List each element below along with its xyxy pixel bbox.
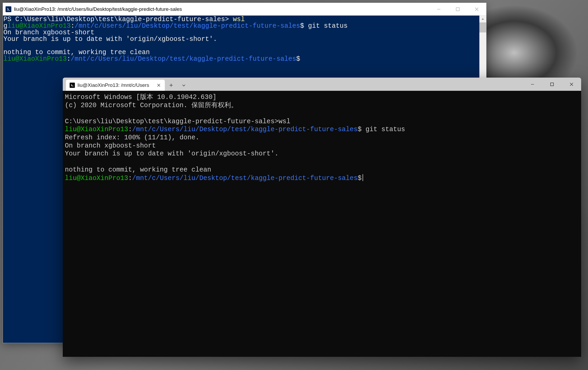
term-dollar-2: $ — [358, 174, 362, 182]
ps-dollar-1: $ — [300, 22, 304, 30]
scroll-up-arrow-icon[interactable] — [479, 16, 486, 22]
terminal-window-controls — [523, 78, 581, 91]
close-button[interactable] — [562, 78, 581, 91]
powershell-titlebar[interactable]: liu@XiaoXinPro13: /mnt/c/Users/liu/Deskt… — [3, 3, 486, 16]
terminal-tab-active[interactable]: liu@XiaoXinPro13: /mnt/c/Users — [66, 80, 165, 91]
ps-path-2: /mnt/c/Users/liu/Desktop/test/kaggle-pre… — [71, 55, 296, 63]
term-git-status-cmd: git status — [362, 126, 405, 133]
tab-dropdown-button[interactable] — [177, 80, 190, 91]
new-tab-button[interactable] — [165, 80, 177, 91]
minimize-button[interactable] — [429, 3, 448, 15]
close-button[interactable] — [467, 3, 486, 15]
scroll-thumb[interactable] — [479, 22, 486, 32]
term-userhost-1: liu@XiaoXinPro13 — [65, 126, 128, 133]
term-wsl-cmd: wsl — [278, 118, 290, 125]
term-path-2: /mnt/c/Users/liu/Desktop/test/kaggle-pre… — [132, 174, 358, 182]
minimize-button[interactable] — [523, 78, 542, 91]
tab-close-button[interactable] — [156, 83, 161, 88]
ps-uptodate-line: Your branch is up to date with 'origin/x… — [3, 35, 217, 43]
term-refresh-line: Refresh index: 100% (11/11), done. — [65, 134, 199, 141]
terminal-tab-title: liu@XiaoXinPro13: /mnt/c/Users — [78, 82, 154, 88]
ps-path-1: /mnt/c/Users/liu/Desktop/test/kaggle-pre… — [75, 22, 300, 30]
ps-userhost-2: liu@XiaoXinPro13 — [3, 55, 67, 63]
powershell-icon — [6, 6, 11, 12]
term-dollar-1: $ — [358, 126, 362, 133]
term-path-1: /mnt/c/Users/liu/Desktop/test/kaggle-pre… — [132, 126, 358, 133]
term-ms-line: Microsoft Windows [版本 10.0.19042.630] — [65, 93, 216, 101]
terminal-cursor — [363, 174, 363, 181]
term-colon-1: : — [128, 126, 132, 133]
ps-colon-2: : — [67, 55, 71, 63]
terminal-tab-icon — [70, 83, 75, 88]
svg-rect-1 — [456, 8, 459, 11]
term-userhost-2: liu@XiaoXinPro13 — [65, 174, 128, 182]
windows-terminal-window: liu@XiaoXinPro13: /mnt/c/Users Microsoft… — [63, 78, 581, 357]
ps-dollar-2: $ — [296, 55, 300, 63]
maximize-button[interactable] — [448, 3, 467, 15]
terminal-tabbar[interactable]: liu@XiaoXinPro13: /mnt/c/Users — [63, 78, 581, 91]
term-branch-line: On branch xgboost-short — [65, 142, 156, 150]
term-nothing-line: nothing to commit, working tree clean — [65, 166, 211, 174]
term-colon-2: : — [128, 174, 132, 182]
maximize-button[interactable] — [542, 78, 562, 91]
term-copy-line: (c) 2020 Microsoft Corporation. 保留所有权利。 — [65, 102, 238, 109]
powershell-window-controls — [429, 3, 486, 15]
ps-git-status-cmd: git status — [304, 22, 348, 30]
svg-rect-9 — [550, 83, 553, 86]
term-cmd-prompt: C:\Users\liu\Desktop\test\kaggle-predict… — [65, 118, 278, 125]
term-uptodate-line: Your branch is up to date with 'origin/x… — [65, 150, 278, 158]
powershell-title: liu@XiaoXinPro13: /mnt/c/Users/liu/Deskt… — [14, 6, 429, 12]
terminal-body[interactable]: Microsoft Windows [版本 10.0.19042.630] (c… — [63, 91, 581, 357]
